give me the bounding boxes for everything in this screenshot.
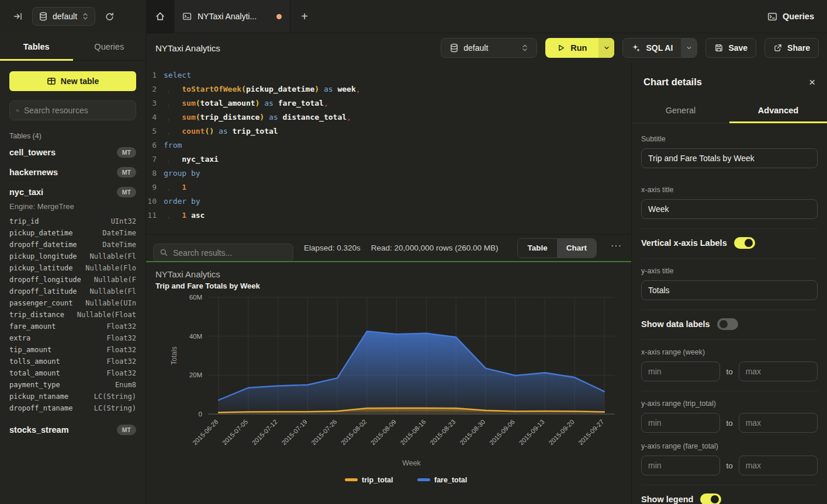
- to-label: to: [726, 461, 732, 470]
- column-name: dropoff_latitude: [9, 286, 77, 297]
- subtitle-input[interactable]: [641, 148, 818, 168]
- y-tick-label: 20M: [189, 371, 202, 378]
- legend-toggle[interactable]: [700, 493, 721, 504]
- collapse-sidebar-button[interactable]: [11, 9, 25, 23]
- new-tab-button[interactable]: +: [290, 0, 319, 33]
- top-bar-left: default: [0, 0, 146, 33]
- data-labels-group: Show data labels: [641, 318, 818, 340]
- y-axis-title: Totals: [170, 346, 178, 364]
- tab-general[interactable]: General: [632, 98, 729, 123]
- play-icon: [557, 44, 565, 52]
- details-title: Chart details: [643, 77, 702, 88]
- column-name: extra: [9, 332, 30, 344]
- read-stat: Read: 20,000,000 rows (260.00 MB): [371, 244, 499, 252]
- xrange-min-input[interactable]: [641, 362, 720, 381]
- sql-ai-button[interactable]: SQL AI: [622, 38, 697, 58]
- toolbar-database-selector[interactable]: default: [441, 38, 537, 58]
- xrange-max-input[interactable]: [739, 362, 818, 381]
- query-tab[interactable]: NYTaxi Analyti...: [174, 0, 290, 33]
- results-search-input[interactable]: [173, 248, 287, 258]
- run-button-label: Run: [570, 43, 587, 53]
- engine-badge: MT: [117, 167, 136, 178]
- sidebar-tab-tables[interactable]: Tables: [0, 33, 73, 60]
- column-type: LC(String): [94, 402, 136, 414]
- column-name: trip_id: [9, 215, 39, 227]
- column-name: pickup_latitude: [9, 262, 72, 274]
- column-name: dropoff_datetime: [9, 239, 77, 251]
- xaxis-title-group: x-axis title: [641, 186, 818, 229]
- view-tab-chart[interactable]: Chart: [557, 239, 596, 258]
- refresh-button[interactable]: [102, 9, 117, 24]
- column-type: Enum8: [115, 379, 136, 391]
- new-table-label: New table: [61, 77, 99, 86]
- yrange-trip-label: y-axis range (trip_total): [641, 399, 818, 408]
- results-more-button[interactable]: ···: [607, 241, 625, 256]
- share-button[interactable]: Share: [764, 38, 819, 58]
- column-row: dropoff_longitudeNullable(F: [9, 274, 136, 286]
- results-search: [153, 244, 293, 262]
- run-options-caret[interactable]: [598, 38, 614, 58]
- table-item-nyc_taxi[interactable]: nyc_taxiMT: [9, 182, 136, 202]
- topbar-database-selector[interactable]: default: [32, 7, 95, 26]
- editor-tab-strip: NYTaxi Analyti... +: [146, 0, 767, 33]
- yrange-fare-max-input[interactable]: [739, 456, 818, 475]
- sidebar-body: New table Tables (4) cell_towersMThacker…: [0, 61, 146, 504]
- column-type: DateTime: [102, 227, 136, 239]
- table-name: hackernews: [9, 168, 58, 177]
- table-item-stocks_stream[interactable]: stocks_streamMT: [9, 420, 136, 440]
- view-tab-table[interactable]: Table: [518, 239, 556, 258]
- code-line: 3sum(total_amount) as fare_total,: [146, 96, 631, 110]
- queries-button[interactable]: Queries: [767, 12, 814, 22]
- column-type: Float32: [106, 332, 136, 344]
- top-bar-right: Queries: [767, 0, 827, 33]
- line-number: 2: [146, 82, 164, 96]
- data-labels-toggle[interactable]: [717, 318, 738, 330]
- run-button[interactable]: Run: [545, 38, 614, 58]
- database-icon: [39, 12, 48, 21]
- sql-ai-caret[interactable]: [681, 39, 697, 57]
- column-type: Nullable(Fl: [90, 286, 136, 297]
- code-line: 4sum(trip_distance) as distance_total,: [146, 110, 631, 124]
- column-name: dropoff_longitude: [9, 274, 81, 286]
- line-number: 1: [146, 68, 164, 82]
- line-number: 3: [146, 96, 164, 110]
- line-number: 5: [146, 124, 164, 138]
- column-row: pickup_ntanameLC(String): [9, 391, 136, 402]
- table-item-cell_towers[interactable]: cell_towersMT: [9, 142, 136, 162]
- yaxis-title-input[interactable]: [641, 280, 818, 300]
- column-name: dropoff_ntaname: [9, 402, 72, 414]
- sql-editor[interactable]: 1select2toStartOfWeek(pickup_datetime) a…: [146, 62, 631, 234]
- close-icon[interactable]: ×: [809, 77, 815, 88]
- table-name: nyc_taxi: [9, 187, 43, 197]
- sidebar-search-input[interactable]: [24, 106, 130, 115]
- table-item-hackernews[interactable]: hackernewsMT: [9, 162, 136, 182]
- x-tick-label: 2015-07-05: [221, 418, 249, 446]
- new-table-button[interactable]: New table: [9, 71, 136, 91]
- sidebar-tab-queries[interactable]: Queries: [73, 33, 146, 60]
- home-tab-button[interactable]: [146, 0, 174, 33]
- column-name: tip_amount: [9, 344, 51, 356]
- yrange-trip-min-input[interactable]: [641, 413, 720, 433]
- save-icon: [714, 43, 724, 53]
- legend-group: Show legend: [641, 493, 818, 504]
- y-tick-label: 40M: [189, 333, 202, 340]
- yrange-trip-max-input[interactable]: [739, 413, 818, 433]
- code-line: 2toStartOfWeek(pickup_datetime) as week,: [146, 82, 631, 96]
- legend-item-trip_total[interactable]: trip_total: [345, 476, 393, 484]
- xaxis-title-label: x-axis title: [641, 186, 818, 194]
- save-button[interactable]: Save: [705, 38, 756, 58]
- tab-advanced[interactable]: Advanced: [729, 98, 827, 123]
- yrange-fare-label: y-axis range (fare_total): [641, 442, 818, 450]
- column-type: Nullable(Float: [77, 309, 136, 321]
- legend-item-fare_total[interactable]: fare_total: [417, 476, 467, 484]
- y-tick-label: 60M: [189, 294, 202, 301]
- code-line: 10order by: [146, 194, 631, 208]
- vertical-labels-toggle[interactable]: [734, 237, 755, 249]
- topbar-database-value: default: [53, 12, 77, 21]
- yrange-fare-min-input[interactable]: [641, 456, 720, 475]
- column-type: Nullable(Flo: [85, 262, 136, 274]
- x-tick-label: 2015-08-23: [428, 418, 456, 446]
- tables-list: cell_towersMThackernewsMTnyc_taxiMTEngin…: [9, 142, 136, 440]
- column-name: trip_distance: [9, 309, 64, 321]
- xaxis-title-input[interactable]: [641, 199, 818, 219]
